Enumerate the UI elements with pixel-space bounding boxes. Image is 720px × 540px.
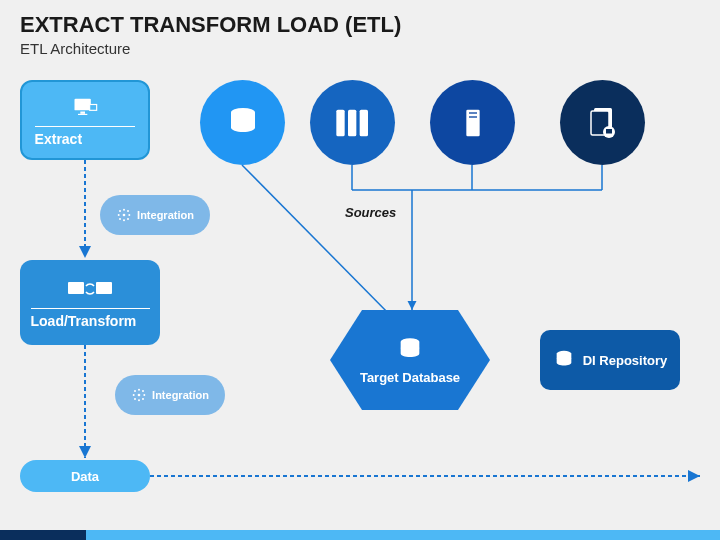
svg-point-37 xyxy=(138,399,140,401)
svg-point-26 xyxy=(123,219,125,221)
source-database-icon xyxy=(200,80,285,165)
svg-rect-34 xyxy=(96,282,112,294)
svg-rect-18 xyxy=(469,112,477,113)
data-box: Data xyxy=(20,460,150,492)
di-repository-box: DI Repository xyxy=(540,330,680,390)
svg-rect-9 xyxy=(75,98,91,110)
source-servers-icon xyxy=(310,80,395,165)
repo-label: DI Repository xyxy=(583,353,668,368)
data-label: Data xyxy=(71,469,99,484)
diagram-canvas: Extract Sources Integration Load/Transfo… xyxy=(0,65,720,525)
svg-line-2 xyxy=(242,165,395,320)
svg-point-24 xyxy=(123,214,126,217)
target-label: Target Database xyxy=(360,370,460,385)
svg-rect-11 xyxy=(78,113,87,114)
target-database-box: Target Database xyxy=(330,310,490,410)
svg-point-27 xyxy=(118,214,120,216)
sync-monitors-icon xyxy=(66,276,114,304)
svg-point-43 xyxy=(142,398,144,400)
svg-rect-14 xyxy=(336,109,344,136)
svg-rect-15 xyxy=(348,109,356,136)
svg-rect-16 xyxy=(359,109,367,136)
svg-point-30 xyxy=(127,210,129,212)
page-title: EXTRACT TRANSFORM LOAD (ETL) xyxy=(0,0,720,40)
svg-rect-19 xyxy=(469,116,477,117)
svg-point-35 xyxy=(138,394,141,397)
extract-box: Extract xyxy=(20,80,150,160)
svg-point-31 xyxy=(119,218,121,220)
svg-point-29 xyxy=(119,210,121,212)
extract-label: Extract xyxy=(35,126,136,147)
svg-point-36 xyxy=(138,389,140,391)
sources-label: Sources xyxy=(345,205,396,220)
database-icon xyxy=(396,336,424,364)
monitor-icon xyxy=(71,94,99,122)
svg-rect-10 xyxy=(80,111,85,113)
svg-point-39 xyxy=(143,394,145,396)
network-icon xyxy=(131,387,147,403)
source-server-icon xyxy=(430,80,515,165)
svg-point-32 xyxy=(127,218,129,220)
svg-point-41 xyxy=(142,390,144,392)
svg-rect-12 xyxy=(90,104,97,110)
database-icon xyxy=(553,349,575,371)
svg-rect-23 xyxy=(606,129,612,134)
svg-point-40 xyxy=(134,390,136,392)
network-icon xyxy=(116,207,132,223)
svg-point-38 xyxy=(133,394,135,396)
svg-point-25 xyxy=(123,209,125,211)
footer-bar xyxy=(0,530,720,540)
svg-point-28 xyxy=(128,214,130,216)
integration-badge-1: Integration xyxy=(100,195,210,235)
source-secure-docs-icon xyxy=(560,80,645,165)
page-subtitle: ETL Architecture xyxy=(0,40,720,65)
svg-rect-33 xyxy=(68,282,84,294)
integration-badge-2: Integration xyxy=(115,375,225,415)
load-transform-label: Load/Transform xyxy=(31,308,150,329)
load-transform-box: Load/Transform xyxy=(20,260,160,345)
svg-point-42 xyxy=(134,398,136,400)
